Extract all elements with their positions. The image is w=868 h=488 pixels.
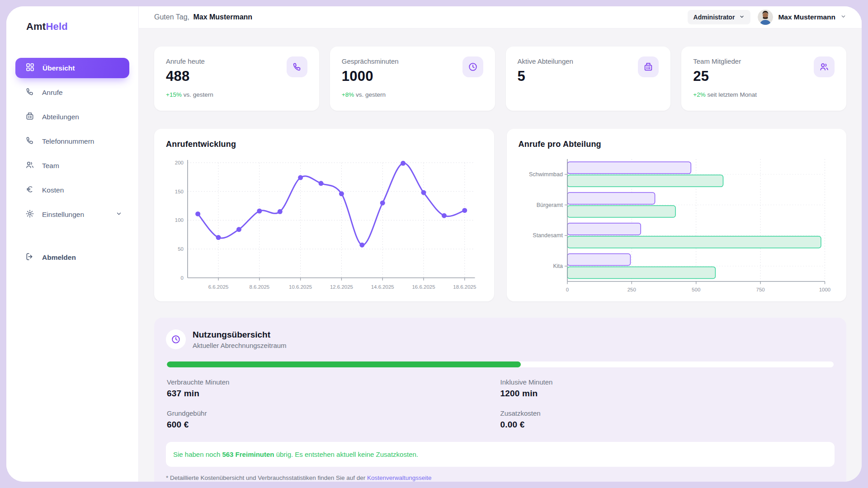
main-area: Guten Tag, Max Mustermann Administrator …: [139, 6, 862, 482]
svg-text:6.6.2025: 6.6.2025: [208, 284, 229, 290]
phone-icon: [287, 56, 307, 77]
stat-title: Gesprächsminuten: [342, 57, 483, 65]
greeting-user-name: Max Mustermann: [193, 13, 252, 21]
topbar: Guten Tag, Max Mustermann Administrator …: [139, 6, 862, 28]
greeting-text: Guten Tag,: [154, 13, 189, 21]
usage-title: Nutzungsübersicht: [193, 330, 287, 340]
bar-chart: 02505007501000SchwimmbadBürgeramtStandes…: [519, 155, 835, 298]
line-chart-title: Anrufentwicklung: [166, 140, 482, 149]
freiminuten-notice: Sie haben noch 563 Freiminuten übrig. Es…: [166, 442, 835, 467]
clock-icon: [166, 329, 186, 349]
sidebar-item-label: Übersicht: [42, 64, 75, 72]
sidebar-item-label: Telefonnummern: [42, 137, 94, 145]
role-select[interactable]: Administrator: [688, 10, 751, 24]
svg-text:14.6.2025: 14.6.2025: [371, 284, 394, 290]
fax-icon: [25, 112, 34, 122]
svg-text:150: 150: [175, 189, 184, 194]
sidebar-item-label: Anrufe: [42, 89, 63, 97]
sidebar-item-uebersicht[interactable]: Übersicht: [15, 58, 129, 78]
sidebar-item-label: Einstellungen: [42, 211, 84, 219]
user-name: Max Mustermann: [778, 13, 835, 21]
stat-value: 1000: [342, 68, 483, 84]
sidebar: AmtHeld Übersicht Anrufe Abteilungen: [6, 6, 139, 482]
sidebar-item-kosten[interactable]: Kosten: [15, 180, 129, 200]
fax-icon: [638, 56, 659, 77]
stat-cards-row: Anrufe heute 488 +15% vs. gestern Gesprä…: [154, 47, 846, 111]
stat-card-aktive-abteilungen: Aktive Abteilungen 5: [506, 47, 671, 111]
user-menu[interactable]: Max Mustermann: [758, 9, 846, 25]
svg-text:8.6.2025: 8.6.2025: [249, 284, 269, 290]
svg-text:10.6.2025: 10.6.2025: [289, 284, 312, 290]
svg-text:Schwimmbad: Schwimmbad: [529, 171, 563, 178]
avatar: [758, 9, 773, 25]
stat-value: 488: [166, 68, 307, 84]
stat-card-gespraechsminuten: Gesprächsminuten 1000 +8% vs. gestern: [330, 47, 495, 111]
stat-delta: +8% vs. gestern: [342, 91, 483, 98]
role-select-value: Administrator: [693, 14, 735, 21]
usage-footnote: * Detaillierte Kostenübersicht und Verbr…: [166, 474, 835, 481]
usage-metrics: Verbrauchte Minuten 637 min Inklusive Mi…: [166, 378, 835, 430]
chevron-down-icon: [840, 13, 846, 21]
sidebar-item-einstellungen[interactable]: Einstellungen: [15, 204, 129, 225]
dashboard-content: Anrufe heute 488 +15% vs. gestern Gesprä…: [139, 28, 862, 482]
svg-text:Kita: Kita: [553, 263, 563, 269]
logo-text-held: Held: [46, 21, 67, 32]
phone-icon: [25, 136, 34, 147]
usage-progress-fill: [167, 361, 521, 367]
svg-text:750: 750: [756, 287, 764, 292]
svg-text:0: 0: [181, 275, 184, 281]
euro-icon: [25, 185, 34, 196]
line-chart: 0501001502006.6.20258.6.202510.6.202512.…: [166, 155, 482, 298]
chevron-down-icon: [739, 14, 745, 21]
metric-grundgebuehr: Grundgebühr 600 €: [167, 409, 500, 430]
svg-text:18.6.2025: 18.6.2025: [453, 284, 476, 290]
stat-card-team-mitglieder: Team Mitglieder 25 +2% seit letztem Mona…: [681, 47, 846, 111]
sidebar-item-label: Abteilungen: [42, 113, 79, 121]
users-icon: [814, 56, 835, 77]
svg-text:16.6.2025: 16.6.2025: [412, 284, 435, 290]
sidebar-item-telefonnummern[interactable]: Telefonnummern: [15, 131, 129, 151]
charts-row: Anrufentwicklung 0501001502006.6.20258.6…: [154, 129, 846, 301]
svg-text:Bürgeramt: Bürgeramt: [536, 202, 563, 208]
app-window: AmtHeld Übersicht Anrufe Abteilungen: [6, 6, 862, 482]
sidebar-nav: Übersicht Anrufe Abteilungen Telefonnumm…: [6, 58, 138, 272]
metric-zusatzkosten: Zusatzkosten 0.00 €: [500, 409, 834, 430]
svg-text:1000: 1000: [819, 287, 830, 292]
sidebar-item-label: Team: [42, 162, 59, 170]
svg-text:250: 250: [627, 287, 636, 292]
sidebar-item-abmelden[interactable]: Abmelden: [15, 247, 129, 267]
sidebar-item-label: Abmelden: [42, 253, 76, 262]
phone-icon: [25, 87, 34, 98]
bar-chart-title: Anrufe pro Abteilung: [519, 140, 835, 149]
sidebar-item-abteilungen[interactable]: Abteilungen: [15, 107, 129, 127]
sidebar-item-label: Kosten: [42, 186, 64, 194]
stat-delta: +2% seit letztem Monat: [693, 91, 835, 98]
chevron-down-icon: [116, 211, 122, 219]
metric-inklusive-minuten: Inklusive Minuten 1200 min: [500, 378, 834, 399]
usage-progress-bar: [167, 361, 834, 367]
svg-text:Standesamt: Standesamt: [533, 232, 563, 239]
sidebar-item-team[interactable]: Team: [15, 155, 129, 176]
dashboard-icon: [25, 62, 35, 74]
bar-chart-card: Anrufe pro Abteilung 02505007501000Schwi…: [507, 129, 847, 301]
svg-text:200: 200: [175, 160, 184, 165]
app-logo: AmtHeld: [6, 6, 138, 33]
svg-text:50: 50: [178, 246, 184, 252]
sidebar-item-anrufe[interactable]: Anrufe: [15, 82, 129, 103]
stat-card-anrufe-heute: Anrufe heute 488 +15% vs. gestern: [154, 47, 319, 111]
svg-text:12.6.2025: 12.6.2025: [330, 284, 353, 290]
usage-subtitle: Aktueller Abrechnungszeitraum: [193, 342, 287, 349]
stat-title: Anrufe heute: [166, 57, 307, 65]
svg-text:100: 100: [175, 217, 184, 223]
clock-icon: [462, 56, 483, 77]
logo-text-amt: Amt: [26, 21, 46, 32]
metric-verbrauchte-minuten: Verbrauchte Minuten 637 min: [167, 378, 500, 399]
kostenverwaltung-link[interactable]: Kostenverwaltungsseite: [367, 474, 432, 481]
stat-delta: +15% vs. gestern: [166, 91, 307, 98]
svg-text:0: 0: [566, 287, 568, 292]
line-chart-card: Anrufentwicklung 0501001502006.6.20258.6…: [154, 129, 494, 301]
gear-icon: [25, 209, 34, 220]
greeting: Guten Tag, Max Mustermann: [154, 13, 252, 21]
svg-text:500: 500: [692, 287, 700, 292]
users-icon: [25, 160, 34, 171]
